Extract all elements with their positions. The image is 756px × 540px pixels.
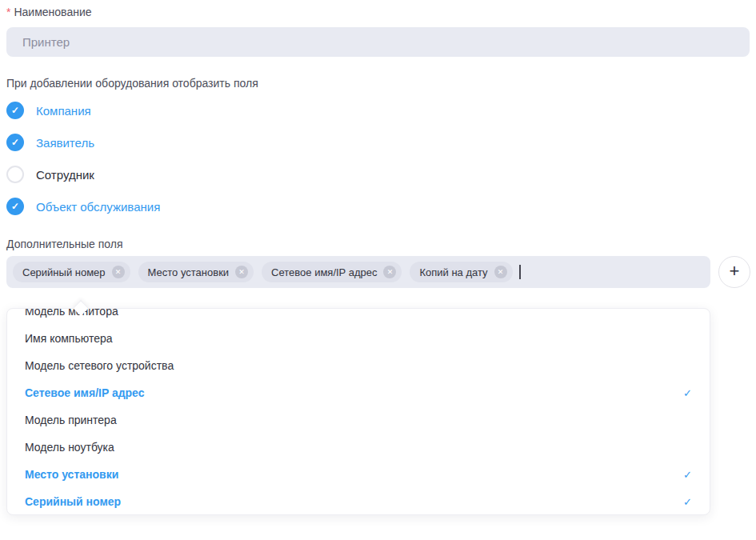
additional-fields-label: Дополнительные поля	[6, 238, 756, 250]
checkbox-icon[interactable]: ✓	[6, 102, 24, 119]
tag-label: Серийный номер	[22, 266, 106, 278]
additional-fields-row: Серийный номер ✕ Место установки ✕ Сетев…	[6, 256, 756, 288]
checkbox-row[interactable]: ✓ Заявитель	[6, 126, 94, 158]
selected-check-icon: ✓	[683, 496, 692, 508]
dropdown-option-label: Модель ноутбука	[25, 441, 114, 454]
name-input[interactable]	[6, 27, 750, 57]
checkbox-label: Сотрудник	[36, 168, 94, 182]
name-field-label: Наименование	[14, 6, 91, 18]
checkbox-icon[interactable]: ✓	[6, 134, 24, 151]
tag-remove-icon[interactable]: ✕	[383, 266, 396, 278]
checkbox-row[interactable]: ✓ Компания	[6, 94, 91, 126]
dropdown-option-label: Сетевое имя/IP адрес	[25, 386, 145, 399]
dropdown-option[interactable]: Модель монитора ✓	[7, 308, 710, 325]
tag: Место установки ✕	[138, 262, 254, 282]
selected-check-icon: ✓	[683, 387, 692, 399]
check-icon: ✓	[11, 138, 19, 147]
name-field-label-row: *Наименование	[6, 6, 756, 18]
dropdown-option[interactable]: Серийный номер ✓	[7, 488, 710, 515]
dropdown-option[interactable]: Место установки ✓	[7, 461, 710, 488]
dropdown-option[interactable]: Модель ноутбука ✓	[7, 434, 710, 461]
add-field-button[interactable]: +	[718, 256, 750, 288]
dropdown-option-label: Место установки	[25, 468, 118, 481]
tag-remove-icon[interactable]: ✕	[112, 266, 125, 278]
dropdown-option[interactable]: Имя компьютера ✓	[7, 325, 710, 352]
display-field-options: ✓ Компания ✓ Заявитель ✓ Сотрудник ✓ Объ…	[6, 94, 756, 222]
selected-check-icon: ✓	[683, 469, 692, 481]
dropdown-panel: Модель монитора ✓ Имя компьютера ✓ Модел…	[6, 308, 710, 515]
checkbox-label: Заявитель	[36, 136, 94, 150]
tag-label: Сетевое имя/IP адрес	[271, 266, 377, 278]
text-cursor	[519, 265, 521, 279]
dropdown-option-label: Имя компьютера	[25, 332, 113, 345]
dropdown-option[interactable]: Модель принтера ✓	[7, 406, 710, 434]
dropdown-option-label: Серийный номер	[25, 495, 121, 508]
tag: Сетевое имя/IP адрес ✕	[262, 262, 402, 282]
field-options-dropdown: Модель монитора ✓ Имя компьютера ✓ Модел…	[6, 308, 710, 515]
checkbox-icon[interactable]: ✓	[6, 166, 24, 183]
tags-input[interactable]: Серийный номер ✕ Место установки ✕ Сетев…	[6, 256, 710, 288]
tag-remove-icon[interactable]: ✕	[494, 266, 507, 278]
tag-list: Серийный номер ✕ Место установки ✕ Сетев…	[13, 262, 513, 282]
dropdown-option-label: Модель монитора	[25, 308, 118, 318]
tag-label: Место установки	[148, 266, 230, 278]
tag-label: Копий на дату	[419, 266, 487, 278]
dropdown-option[interactable]: Модель сетевого устройства ✓	[7, 352, 710, 379]
display-fields-label: При добавлении оборудования отобразить п…	[6, 78, 756, 90]
checkbox-icon[interactable]: ✓	[6, 198, 24, 215]
dropdown-option-label: Модель сетевого устройства	[25, 359, 174, 372]
checkbox-label: Объект обслуживания	[36, 200, 160, 214]
check-icon: ✓	[11, 106, 19, 115]
checkbox-row[interactable]: ✓ Сотрудник	[6, 158, 94, 190]
tag: Серийный номер ✕	[13, 262, 130, 282]
check-icon: ✓	[11, 202, 19, 211]
dropdown-option-label: Модель принтера	[25, 414, 117, 426]
tag-remove-icon[interactable]: ✕	[235, 266, 248, 278]
checkbox-row[interactable]: ✓ Объект обслуживания	[6, 190, 160, 222]
dropdown-option[interactable]: Сетевое имя/IP адрес ✓	[7, 379, 710, 406]
dropdown-list: Модель монитора ✓ Имя компьютера ✓ Модел…	[7, 308, 710, 515]
checkbox-label: Компания	[36, 104, 91, 118]
equipment-type-form: *Наименование При добавлении оборудовани…	[0, 0, 756, 515]
tag: Копий на дату ✕	[410, 262, 512, 282]
required-asterisk: *	[6, 6, 10, 18]
